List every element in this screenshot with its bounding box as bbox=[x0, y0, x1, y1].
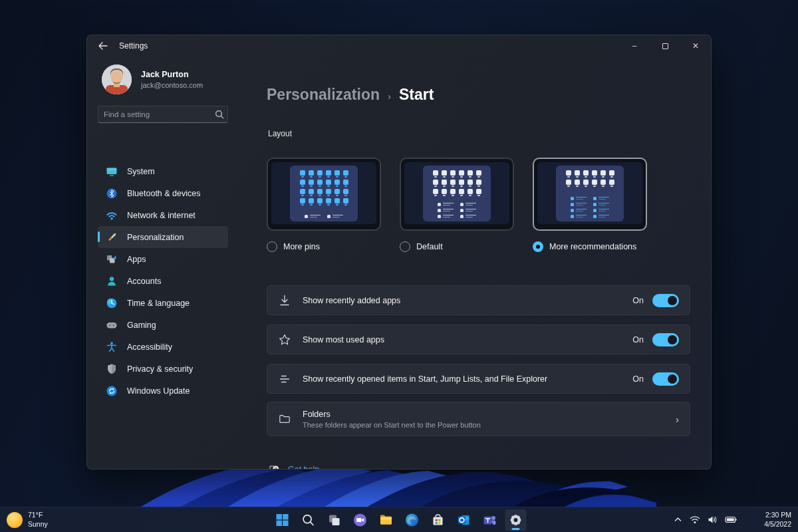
sidebar-item-accounts[interactable]: Accounts bbox=[98, 270, 228, 292]
sidebar-item-label: Time & language bbox=[127, 299, 190, 308]
avatar bbox=[102, 65, 132, 94]
weather-widget[interactable]: 71°F Sunny bbox=[7, 511, 48, 528]
radio-default[interactable]: Default bbox=[400, 241, 443, 252]
radio-icon bbox=[267, 241, 277, 252]
sidebar-item-label: Privacy & security bbox=[127, 364, 193, 374]
chat-button[interactable] bbox=[350, 509, 371, 531]
toggle-most-used-apps[interactable] bbox=[652, 333, 679, 346]
sidebar-item-label: Gaming bbox=[127, 321, 156, 330]
layout-card-more-recommendations[interactable]: More recommendations bbox=[533, 158, 647, 231]
radio-more-pins[interactable]: More pins bbox=[267, 241, 320, 252]
taskbar-app-icons bbox=[272, 509, 527, 531]
sidebar-item-bluetooth[interactable]: Bluetooth & devices bbox=[98, 182, 228, 204]
radio-more-recommendations[interactable]: More recommendations bbox=[533, 241, 636, 252]
maximize-button[interactable] bbox=[650, 35, 680, 57]
gamepad-icon bbox=[106, 319, 118, 331]
system-tray bbox=[674, 515, 737, 524]
sidebar-item-privacy[interactable]: Privacy & security bbox=[98, 358, 228, 380]
row-folders[interactable]: Folders These folders appear on Start ne… bbox=[267, 402, 690, 436]
breadcrumb-personalization[interactable]: Personalization bbox=[267, 86, 380, 104]
clock-icon bbox=[106, 297, 118, 309]
row-label: Show most used apps bbox=[303, 335, 384, 344]
outlook-button[interactable] bbox=[454, 509, 475, 531]
wifi-icon[interactable] bbox=[690, 515, 700, 524]
row-recently-added-apps: Show recently added apps On bbox=[267, 285, 690, 315]
clock[interactable]: 2:30 PM 4/5/2022 bbox=[764, 511, 791, 529]
get-help-label: Get help bbox=[288, 465, 319, 469]
star-icon bbox=[278, 333, 291, 346]
outlook-icon bbox=[457, 513, 471, 527]
clock-time: 2:30 PM bbox=[764, 511, 791, 520]
breadcrumb-separator: › bbox=[388, 90, 391, 102]
profile-name: Jack Purton bbox=[141, 70, 203, 79]
teams-icon bbox=[483, 513, 497, 527]
folders-title: Folders bbox=[303, 410, 481, 419]
update-icon bbox=[106, 385, 118, 397]
store-icon bbox=[431, 513, 446, 527]
weather-temp: 71°F bbox=[28, 511, 48, 519]
taskbar-search-button[interactable] bbox=[298, 509, 319, 531]
toggle-knob bbox=[668, 335, 677, 344]
toggle-recently-opened-items[interactable] bbox=[652, 372, 679, 386]
sidebar-item-label: Apps bbox=[127, 255, 146, 264]
clock-date: 4/5/2022 bbox=[764, 520, 791, 529]
search-icon bbox=[302, 513, 315, 527]
sidebar-item-personalization[interactable]: Personalization bbox=[98, 226, 228, 248]
svg-text:?: ? bbox=[275, 467, 277, 469]
accounts-person-icon bbox=[106, 275, 118, 287]
row-label: Show recently opened items in Start, Jum… bbox=[303, 374, 547, 384]
close-button[interactable]: ✕ bbox=[680, 35, 711, 57]
toggle-recently-added-apps[interactable] bbox=[652, 294, 679, 307]
recent-items-icon bbox=[278, 372, 291, 386]
file-explorer-button[interactable] bbox=[376, 509, 397, 531]
settings-taskbar-button[interactable] bbox=[505, 509, 527, 531]
search-box[interactable] bbox=[98, 106, 228, 123]
main-content: Personalization › Start Layout More pins… bbox=[265, 57, 711, 469]
sidebar-item-time-language[interactable]: Time & language bbox=[98, 292, 228, 314]
title-bar: Settings – ✕ bbox=[87, 35, 711, 57]
layout-card-more-pins[interactable]: More pins bbox=[267, 158, 381, 231]
edge-button[interactable] bbox=[402, 509, 423, 531]
sidebar-item-accessibility[interactable]: Accessibility bbox=[98, 336, 228, 358]
system-icon bbox=[106, 166, 118, 178]
radio-label: Default bbox=[416, 242, 443, 251]
layout-thumbnail-monitor bbox=[533, 158, 647, 231]
chat-icon bbox=[353, 513, 368, 527]
sidebar-item-label: System bbox=[127, 167, 155, 176]
sidebar-nav: System Bluetooth & devices Network & int… bbox=[98, 160, 228, 402]
breadcrumb: Personalization › Start bbox=[267, 86, 434, 104]
profile-card[interactable]: Jack Purton jack@contoso.com bbox=[102, 65, 203, 94]
sidebar-item-network[interactable]: Network & internet bbox=[98, 204, 228, 226]
accessibility-icon bbox=[106, 341, 118, 353]
layout-card-default[interactable]: Default bbox=[400, 158, 514, 231]
volume-icon[interactable] bbox=[708, 515, 718, 524]
download-icon bbox=[278, 294, 291, 307]
battery-icon[interactable] bbox=[725, 516, 737, 523]
task-view-button[interactable] bbox=[324, 509, 345, 531]
layout-thumbnail-monitor bbox=[400, 158, 514, 231]
search-icon[interactable] bbox=[211, 110, 227, 119]
sidebar-item-system[interactable]: System bbox=[98, 160, 228, 182]
page-title: Start bbox=[399, 86, 434, 104]
start-button[interactable] bbox=[272, 509, 293, 531]
sidebar-item-apps[interactable]: Apps bbox=[98, 248, 228, 270]
chevron-up-icon[interactable] bbox=[674, 515, 682, 524]
sidebar-item-gaming[interactable]: Gaming bbox=[98, 314, 228, 336]
teams-button[interactable] bbox=[479, 509, 501, 531]
sidebar-item-label: Windows Update bbox=[127, 386, 190, 396]
weather-condition: Sunny bbox=[28, 520, 48, 529]
taskbar: 71°F Sunny bbox=[0, 507, 798, 532]
search-input[interactable] bbox=[98, 110, 211, 118]
row-most-used-apps: Show most used apps On bbox=[267, 325, 690, 354]
radio-icon bbox=[533, 241, 543, 252]
sidebar-item-label: Bluetooth & devices bbox=[127, 189, 201, 198]
file-explorer-icon bbox=[379, 513, 394, 527]
minimize-button[interactable]: – bbox=[619, 35, 650, 57]
sidebar-item-label: Personalization bbox=[127, 233, 184, 242]
sidebar-item-windows-update[interactable]: Windows Update bbox=[98, 380, 228, 402]
back-button[interactable] bbox=[91, 37, 114, 55]
layout-thumbnail-monitor bbox=[267, 158, 381, 231]
get-help-link[interactable]: ? Get help bbox=[268, 464, 341, 469]
get-help-icon: ? bbox=[268, 464, 280, 469]
store-button[interactable] bbox=[428, 509, 449, 531]
